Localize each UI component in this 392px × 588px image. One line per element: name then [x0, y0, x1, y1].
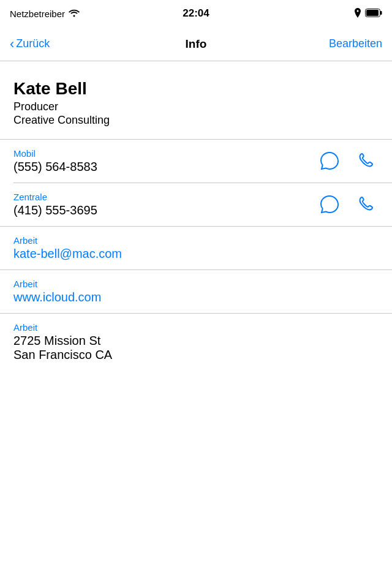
status-right — [354, 8, 382, 20]
contact-company: Creative Consulting — [13, 114, 379, 127]
phone-mobil-actions — [317, 149, 379, 173]
phone-zentrale-section: Zentrale (415) 555-3695 — [0, 183, 392, 227]
phone-zentrale-text: Zentrale (415) 555-3695 — [13, 192, 317, 217]
back-button[interactable]: ‹ Zurück — [10, 37, 50, 51]
status-bar: Netzbetreiber 22:04 — [0, 0, 392, 27]
email-arbeit-value[interactable]: kate-bell@mac.com — [13, 247, 379, 261]
phone-mobil-value: (555) 564-8583 — [13, 160, 317, 174]
location-icon — [354, 8, 361, 20]
address-arbeit-section: Arbeit 2725 Mission St San Francisco CA — [0, 314, 392, 371]
phone-mobil-call-button[interactable] — [354, 149, 379, 173]
phone-zentrale-call-button[interactable] — [354, 192, 379, 217]
nav-bar: ‹ Zurück Info Bearbeiten — [0, 27, 392, 61]
carrier-label: Netzbetreiber — [10, 9, 65, 19]
email-arbeit-section: Arbeit kate-bell@mac.com — [0, 227, 392, 270]
address-arbeit-label: Arbeit — [13, 322, 379, 333]
address-arbeit-line2: San Francisco CA — [13, 348, 379, 362]
contact-header: Kate Bell Producer Creative Consulting — [0, 61, 392, 139]
phone-mobil-section: Mobil (555) 564-8583 — [0, 140, 392, 183]
chat-mobil-button[interactable] — [317, 149, 342, 173]
email-arbeit-label: Arbeit — [13, 235, 379, 246]
status-left: Netzbetreiber — [10, 9, 80, 19]
wifi-icon — [69, 9, 80, 19]
contact-name: Kate Bell — [13, 78, 379, 99]
phone-mobil-text: Mobil (555) 564-8583 — [13, 148, 317, 174]
url-arbeit-value[interactable]: www.icloud.com — [13, 290, 379, 304]
phone-zentrale-label: Zentrale — [13, 192, 317, 202]
chevron-left-icon: ‹ — [10, 37, 14, 51]
address-arbeit-line1: 2725 Mission St — [13, 334, 379, 348]
phone-mobil-label: Mobil — [13, 148, 317, 159]
svg-rect-1 — [366, 10, 379, 16]
battery-icon — [365, 9, 382, 19]
nav-title: Info — [186, 37, 207, 51]
url-arbeit-section: Arbeit www.icloud.com — [0, 270, 392, 314]
chat-zentrale-button[interactable] — [317, 192, 342, 217]
phone-zentrale-actions — [317, 192, 379, 217]
status-time: 22:04 — [183, 7, 209, 20]
contact-job-title: Producer — [13, 100, 379, 113]
edit-button[interactable]: Bearbeiten — [329, 37, 382, 50]
svg-rect-2 — [380, 11, 382, 15]
url-arbeit-label: Arbeit — [13, 279, 379, 289]
phone-zentrale-value: (415) 555-3695 — [13, 203, 317, 217]
back-label: Zurück — [16, 37, 50, 50]
